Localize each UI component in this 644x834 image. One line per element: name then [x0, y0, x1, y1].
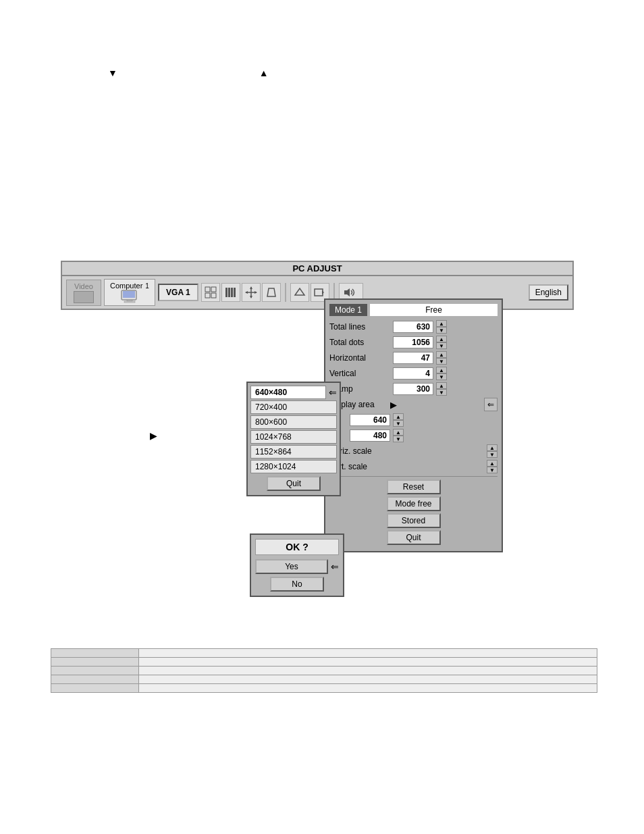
res-item-720x400[interactable]: 720×400 — [250, 400, 337, 414]
res-quit-button[interactable]: Quit — [267, 476, 321, 491]
h-sub-row: H 640 ▲ ▼ — [335, 413, 498, 427]
display-area-row: Display area ▶ ⇐ — [329, 398, 498, 411]
vertical-down[interactable]: ▼ — [436, 373, 447, 380]
v-down[interactable]: ▼ — [393, 436, 404, 442]
h-value: 640 — [350, 414, 390, 426]
pc-adjust-header: Mode 1 Free — [329, 304, 498, 316]
res-item-1024x768[interactable]: 1024×768 — [250, 430, 337, 444]
keystone-icon[interactable] — [262, 283, 281, 302]
total-lines-label: Total lines — [329, 322, 390, 332]
svg-rect-6 — [205, 293, 210, 298]
table-row — [51, 684, 597, 693]
total-dots-up[interactable]: ▲ — [436, 336, 447, 342]
res-item-1280x1024[interactable]: 1280×1024 — [250, 460, 337, 473]
computer-tab-label: Computer — [110, 282, 142, 290]
horiz-scale-down[interactable]: ▼ — [487, 451, 498, 458]
crosshair-icon — [244, 286, 258, 299]
h-down[interactable]: ▼ — [393, 420, 404, 427]
clamp-down[interactable]: ▼ — [436, 389, 447, 396]
toolbar-separator — [285, 283, 286, 302]
horiz-scale-spinner[interactable]: ▲ ▼ — [487, 444, 498, 458]
reset-button[interactable]: Reset — [387, 479, 441, 494]
table-row — [51, 675, 597, 684]
h-spinner[interactable]: ▲ ▼ — [393, 413, 404, 427]
svg-rect-20 — [315, 289, 323, 296]
svg-rect-11 — [234, 288, 236, 297]
trapezoid-icon — [265, 286, 278, 299]
pattern-icon1[interactable] — [201, 283, 220, 302]
total-lines-down[interactable]: ▼ — [436, 327, 447, 334]
total-dots-spinner[interactable]: ▲ ▼ — [436, 336, 447, 349]
stored-button[interactable]: Stored — [387, 513, 441, 528]
video-icon — [74, 291, 94, 303]
svg-marker-17 — [254, 291, 257, 294]
total-lines-up[interactable]: ▲ — [436, 320, 447, 327]
table-cell-value — [139, 649, 597, 658]
horizontal-value: 47 — [393, 352, 433, 364]
ok-dialog: OK ? Yes ⇐ No — [250, 533, 344, 597]
video-tab-label: Video — [74, 282, 94, 290]
res-item-1152x864[interactable]: 1152×864 — [250, 445, 337, 459]
vert-scale-down[interactable]: ▼ — [487, 467, 498, 473]
quit-button-adjust[interactable]: Quit — [387, 530, 441, 545]
no-button[interactable]: No — [270, 577, 324, 592]
vga-button[interactable]: VGA 1 — [158, 284, 198, 301]
top-arrows-area: ▼ ▲ — [108, 68, 269, 78]
horizontal-label: Horizontal — [329, 353, 390, 363]
table-row — [51, 667, 597, 675]
horiz-scale-row: Horiz. scale ▲ ▼ — [329, 444, 498, 458]
horizontal-spinner[interactable]: ▲ ▼ — [436, 351, 447, 365]
vertical-up[interactable]: ▲ — [436, 367, 447, 373]
free-label: Free — [370, 304, 498, 316]
computer-num: 1 — [145, 282, 149, 290]
svg-rect-8 — [225, 288, 227, 297]
clamp-up[interactable]: ▲ — [436, 382, 447, 389]
vertical-row: Vertical 4 ▲ ▼ — [329, 367, 498, 380]
res-row-1: 640×480 ⇐ — [250, 386, 337, 399]
divider — [329, 476, 498, 477]
horizontal-up[interactable]: ▲ — [436, 351, 447, 358]
pattern-icon2[interactable] — [221, 283, 240, 302]
move-icon[interactable] — [242, 283, 261, 302]
clamp-value: 300 — [393, 383, 433, 395]
res-item-800x600[interactable]: 800×600 — [250, 415, 337, 429]
display-area-right-arrow: ▶ — [390, 400, 397, 410]
yes-button[interactable]: Yes — [255, 559, 328, 574]
res-row-5: 1152×864 — [250, 445, 337, 459]
total-dots-down[interactable]: ▼ — [436, 342, 447, 349]
res-item-640x480[interactable]: 640×480 — [250, 386, 326, 399]
h-up[interactable]: ▲ — [393, 413, 404, 420]
v-spinner[interactable]: ▲ ▼ — [393, 429, 404, 442]
table-cell-label — [51, 684, 139, 693]
table-cell-value — [139, 684, 597, 693]
horiz-scale-up[interactable]: ▲ — [487, 444, 498, 451]
rect-arrow-icon — [313, 286, 327, 299]
language-button[interactable]: English — [529, 284, 568, 301]
table-cell-value — [139, 675, 597, 684]
title-text: PC ADJUST — [292, 263, 342, 273]
speaker-icon — [342, 286, 360, 299]
vert-scale-up[interactable]: ▲ — [487, 460, 498, 467]
side-arrow-icon: ▶ — [150, 430, 157, 441]
computer-tab[interactable]: Computer 1 — [104, 279, 155, 306]
vertical-spinner[interactable]: ▲ ▼ — [436, 367, 447, 380]
screen-icon[interactable] — [290, 283, 309, 302]
table-cell-label — [51, 658, 139, 667]
table-row — [51, 658, 597, 667]
v-up[interactable]: ▲ — [393, 429, 404, 436]
pc-adjust-panel: Mode 1 Free Total lines 630 ▲ ▼ Total do… — [324, 298, 503, 552]
table-cell-value — [139, 658, 597, 667]
ok-left-arrow-icon: ⇐ — [331, 561, 339, 572]
clamp-spinner[interactable]: ▲ ▼ — [436, 382, 447, 396]
res-row-3: 800×600 — [250, 415, 337, 429]
display-area-left-arrow-btn[interactable]: ⇐ — [484, 398, 498, 411]
table-cell-value — [139, 667, 597, 675]
svg-marker-16 — [245, 291, 248, 294]
svg-rect-5 — [211, 287, 216, 292]
video-tab[interactable]: Video — [66, 280, 101, 306]
mode-free-button[interactable]: Mode free — [387, 496, 441, 511]
total-lines-spinner[interactable]: ▲ ▼ — [436, 320, 447, 334]
horizontal-down[interactable]: ▼ — [436, 358, 447, 365]
svg-rect-10 — [231, 288, 233, 297]
vert-scale-spinner[interactable]: ▲ ▼ — [487, 460, 498, 473]
